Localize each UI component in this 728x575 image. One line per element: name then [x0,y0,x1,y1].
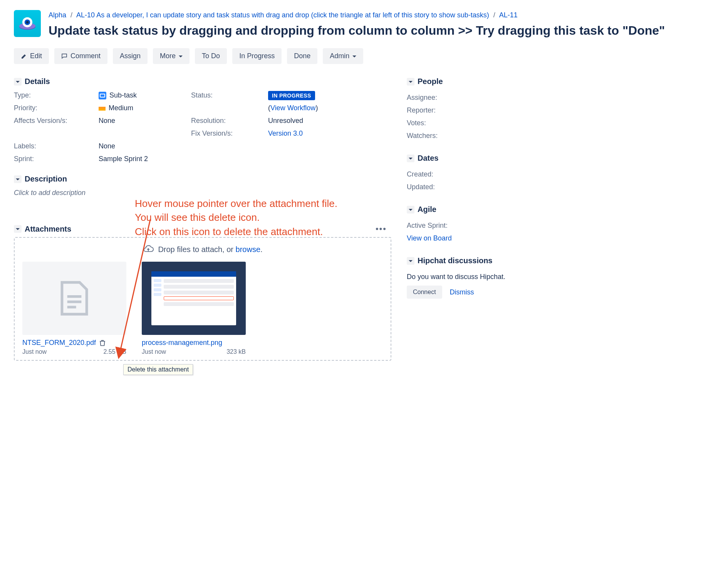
transition-todo-button[interactable]: To Do [195,48,227,64]
sprint-value: Sample Sprint 2 [99,155,191,163]
attachments-more-icon[interactable]: ••• [376,224,387,234]
attachment-time: Just now [142,348,166,355]
page-title: Update task status by dragging and dropp… [49,23,728,38]
description-section: Description Click to add description [14,175,391,197]
details-twisty[interactable] [14,78,22,86]
fixversion-label: Fix Version/s: [191,129,268,138]
priority-label: Priority: [14,104,99,112]
drop-hint: Drop files to attach, or browse. [19,245,386,254]
affects-label: Affects Version/s: [14,117,99,125]
breadcrumb: Alpha / AL-10 As a developer, I can upda… [49,10,728,20]
ufo-icon [17,13,37,34]
status-badge: IN PROGRESS [268,91,315,100]
attachments-dropzone[interactable]: Drop files to attach, or browse. [14,237,391,361]
assignee-label: Assignee: [407,91,561,104]
priority-medium-icon [99,107,106,111]
watchers-label: Watchers: [407,129,561,142]
transition-done-button[interactable]: Done [287,48,317,64]
active-sprint-label: Active Sprint: [407,219,561,232]
admin-button[interactable]: Admin [323,48,363,64]
hipchat-connect-button[interactable]: Connect [407,286,442,299]
breadcrumb-project[interactable]: Alpha [49,11,66,19]
attachment-name[interactable]: NTSE_FORM_2020.pdf [22,339,96,347]
attachment-size: 323 kB [226,348,246,355]
description-twisty[interactable] [14,175,22,183]
view-on-board-link[interactable]: View on Board [407,234,452,242]
svg-point-4 [26,21,29,24]
dates-heading: Dates [418,154,438,163]
screenshot-preview [151,271,236,325]
comment-button[interactable]: Comment [54,48,107,64]
votes-label: Votes: [407,117,561,129]
status-label: Status: [191,91,268,99]
fixversion-value[interactable]: Version 3.0 [268,129,303,137]
attachment-card[interactable]: process-management.png Just now 323 kB [142,262,246,355]
edit-button[interactable]: Edit [14,48,49,64]
details-heading: Details [25,77,50,86]
transition-inprogress-button[interactable]: In Progress [232,48,282,64]
comment-icon [61,53,67,59]
assign-button[interactable]: Assign [113,48,148,64]
pencil-icon [21,53,27,59]
updated-label: Updated: [407,181,561,193]
attachment-thumbnail[interactable] [22,262,126,335]
description-heading: Description [25,175,67,183]
attachment-name[interactable]: process-management.png [142,339,222,347]
sprint-label: Sprint: [14,155,99,163]
type-label: Type: [14,91,99,99]
details-section: Details Type: Sub-task Status: IN PROGRE… [14,77,391,163]
trash-icon[interactable] [99,340,106,346]
hipchat-twisty[interactable] [407,257,414,265]
hipchat-heading: Hipchat discussions [418,256,493,265]
more-button[interactable]: More [153,48,190,64]
dates-twisty[interactable] [407,155,414,162]
type-value: Sub-task [99,91,191,99]
attachments-heading: Attachments [25,225,71,234]
description-placeholder[interactable]: Click to add description [14,189,391,197]
labels-label: Labels: [14,142,99,150]
attachment-thumbnail[interactable] [142,262,246,335]
attachments-section: Attachments ••• Drop files to attach, or… [14,224,391,361]
people-heading: People [418,77,443,86]
view-workflow-link[interactable]: View Workflow [270,104,315,112]
affects-value: None [99,117,191,125]
resolution-value: Unresolved [268,117,368,125]
hipchat-dismiss-link[interactable]: Dismiss [450,288,474,296]
delete-tooltip: Delete this attachment [123,364,193,375]
hipchat-text: Do you want to discuss Hipchat. [407,271,561,283]
priority-value: Medium [99,104,191,112]
upload-cloud-icon [143,245,154,254]
document-icon [53,277,96,319]
status-value: IN PROGRESS [268,91,368,99]
agile-twisty[interactable] [407,206,414,214]
attachment-size: 2.55 MB [103,348,126,355]
agile-heading: Agile [418,205,436,214]
people-twisty[interactable] [407,78,414,86]
breadcrumb-parent[interactable]: AL-10 As a developer, I can update story… [76,11,489,19]
attachment-card[interactable]: NTSE_FORM_2020.pdf Just now 2.55 MB [22,262,126,355]
attachment-time: Just now [22,348,47,355]
reporter-label: Reporter: [407,104,561,117]
labels-value: None [99,142,191,150]
breadcrumb-issue[interactable]: AL-11 [499,11,518,19]
browse-link[interactable]: browse [236,245,260,254]
project-avatar[interactable] [14,10,41,37]
subtask-icon [99,92,106,99]
resolution-label: Resolution: [191,117,268,125]
created-label: Created: [407,168,561,181]
attachments-twisty[interactable] [14,225,22,233]
